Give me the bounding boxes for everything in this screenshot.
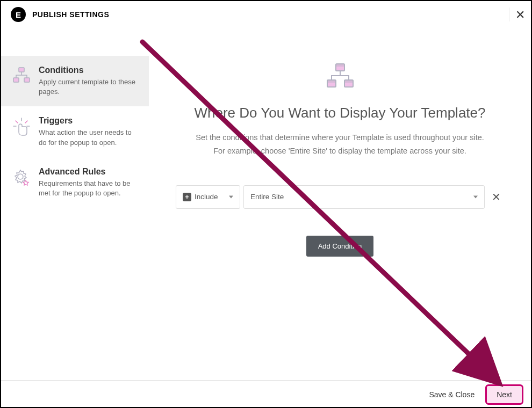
sidebar-item-text: Advanced Rules Requirements that have to… — [39, 167, 139, 198]
modal-title: PUBLISH SETTINGS — [32, 10, 109, 19]
svg-rect-12 — [327, 80, 336, 83]
sidebar-item-title: Triggers — [39, 116, 139, 126]
svg-rect-1 — [13, 78, 19, 82]
gear-star-icon — [12, 167, 31, 186]
chevron-down-icon — [229, 195, 233, 198]
sidebar-item-advanced-rules[interactable]: Advanced Rules Requirements that have to… — [1, 157, 149, 208]
svg-line-5 — [25, 121, 27, 123]
sidebar-item-triggers[interactable]: Triggers What action the user needs to d… — [1, 106, 149, 157]
sidebar-item-title: Advanced Rules — [39, 167, 139, 177]
main-heading: Where Do You Want to Display Your Templa… — [170, 105, 509, 121]
modal-header: E PUBLISH SETTINGS ✕ — [1, 1, 531, 28]
sidebar-item-title: Conditions — [39, 65, 139, 75]
sidebar-item-text: Conditions Apply current template to the… — [39, 65, 139, 97]
add-condition-button[interactable]: Add Condition — [306, 236, 374, 257]
logo-letter: E — [16, 10, 21, 19]
click-icon — [12, 116, 31, 135]
elementor-logo: E — [11, 7, 26, 22]
close-button[interactable]: ✕ — [511, 5, 530, 25]
svg-rect-0 — [19, 68, 24, 72]
sidebar-item-text: Triggers What action the user needs to d… — [39, 116, 139, 147]
svg-rect-2 — [24, 78, 30, 82]
lead-line-2: For example, choose 'Entire Site' to dis… — [213, 147, 466, 155]
divider — [509, 8, 509, 21]
save-close-button[interactable]: Save & Close — [421, 386, 482, 403]
sidebar-item-desc: Requirements that have to be met for the… — [39, 179, 139, 198]
remove-condition-button[interactable]: ✕ — [488, 185, 504, 209]
include-label: Include — [195, 193, 218, 201]
svg-rect-14 — [344, 80, 353, 83]
sidebar-item-desc: What action the user needs to do for the… — [39, 128, 139, 147]
next-button[interactable]: Next — [485, 384, 523, 405]
include-dropdown[interactable]: + Include — [176, 185, 240, 209]
modal-footer: Save & Close Next — [1, 380, 531, 408]
sidebar-item-desc: Apply current template to these pages. — [39, 77, 139, 97]
close-icon: ✕ — [515, 8, 525, 22]
close-icon: ✕ — [492, 191, 501, 203]
main-panel: Where Do You Want to Display Your Templa… — [149, 28, 531, 380]
hero-sitemap-icon — [170, 63, 509, 89]
add-condition-wrap: Add Condition — [170, 236, 509, 257]
modal-body: Conditions Apply current template to the… — [1, 28, 531, 380]
main-description: Set the conditions that determine where … — [170, 131, 509, 158]
plus-icon: + — [183, 193, 191, 201]
svg-line-4 — [16, 121, 18, 123]
condition-row: + Include Entire Site ✕ — [170, 185, 509, 209]
scope-label: Entire Site — [250, 193, 284, 201]
lead-line-1: Set the conditions that determine where … — [196, 133, 484, 142]
sitemap-icon — [12, 65, 31, 85]
svg-point-8 — [18, 174, 23, 179]
sidebar-item-conditions[interactable]: Conditions Apply current template to the… — [1, 56, 149, 106]
svg-rect-10 — [336, 64, 344, 67]
scope-dropdown[interactable]: Entire Site — [243, 185, 485, 209]
settings-sidebar: Conditions Apply current template to the… — [1, 28, 149, 380]
chevron-down-icon — [473, 195, 478, 198]
publish-settings-modal: E PUBLISH SETTINGS ✕ Condition — [0, 0, 532, 408]
